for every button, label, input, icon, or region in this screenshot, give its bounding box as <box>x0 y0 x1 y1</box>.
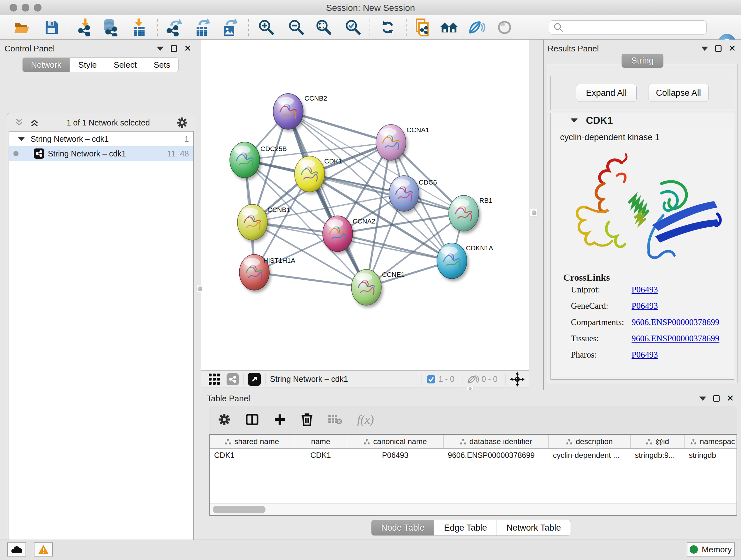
collapse-entry-icon[interactable] <box>570 118 578 123</box>
float-panel-icon[interactable] <box>715 45 722 52</box>
cloud-status-button[interactable] <box>7 543 26 557</box>
table-row[interactable]: CDK1CDK1P064939606.ENSP00000378699cyclin… <box>210 448 737 462</box>
cell-database-identifier[interactable]: 9606.ENSP00000378699 <box>443 448 549 462</box>
column-header-database-identifier[interactable]: database identifier <box>443 435 549 448</box>
close-panel-icon[interactable]: ✕ <box>729 44 736 53</box>
warning-status-button[interactable] <box>34 543 53 557</box>
table-horizontal-scrollbar[interactable] <box>210 503 737 515</box>
crosslink-link[interactable]: P06493 <box>631 285 658 295</box>
grid-view-icon[interactable] <box>207 372 221 386</box>
refresh-icon[interactable] <box>379 18 397 37</box>
float-panel-icon[interactable] <box>713 395 720 401</box>
crosslink-link[interactable]: P06493 <box>631 301 658 311</box>
node-CCNB2[interactable] <box>273 94 303 129</box>
cell-description[interactable]: cyclin-dependent ... <box>549 448 630 462</box>
close-panel-icon[interactable]: ✕ <box>727 394 734 403</box>
scrollbar-thumb[interactable] <box>213 506 266 513</box>
search-box[interactable] <box>549 20 706 35</box>
memory-button[interactable]: Memory <box>687 543 735 557</box>
column-header-canonical-name[interactable]: canonical name <box>347 435 443 448</box>
collection-caret-icon[interactable] <box>18 137 25 141</box>
column-header-name[interactable]: name <box>294 435 347 448</box>
cell-canonical-name[interactable]: P06493 <box>347 448 443 462</box>
show-columns-icon[interactable] <box>246 413 259 426</box>
export-network-icon[interactable] <box>165 18 184 37</box>
edge-HIST1H1A-CCNE1[interactable] <box>254 272 366 287</box>
network-row[interactable]: String Network – cdk1 11 48 <box>9 146 193 161</box>
column-header-@id[interactable]: @id <box>630 435 684 448</box>
node-result-header[interactable]: CDK1 <box>551 113 734 128</box>
delete-column-icon[interactable] <box>301 413 313 427</box>
node-CCNA2[interactable] <box>323 216 353 252</box>
tab-network[interactable]: Network <box>22 57 70 72</box>
expand-all-button[interactable]: Expand All <box>576 84 636 102</box>
tab-string[interactable]: String <box>622 54 664 68</box>
import-network-database-icon[interactable] <box>102 18 120 37</box>
network-type-icon <box>34 148 44 159</box>
copy-network-icon[interactable] <box>414 18 432 37</box>
network-share-view-icon[interactable] <box>226 373 239 385</box>
collapse-all-button[interactable]: Collapse All <box>648 84 709 102</box>
crosslink-link[interactable]: 9606.ENSP00000378699 <box>631 334 719 344</box>
node-table[interactable]: shared namenamecanonical namedatabase id… <box>209 434 737 516</box>
close-panel-icon[interactable]: ✕ <box>184 44 192 53</box>
column-header-description[interactable]: description <box>549 435 630 448</box>
column-header-namespac[interactable]: namespac <box>684 435 737 448</box>
string-network-graph[interactable]: CCNB2CCNA1CDC25BCDK1CDC6RB1CCNB1CCNA2CDK… <box>201 40 529 370</box>
string-home-icon[interactable] <box>440 18 458 37</box>
zoom-selected-icon[interactable] <box>344 18 362 37</box>
search-input[interactable] <box>564 21 706 34</box>
panel-menu-icon[interactable] <box>699 396 706 401</box>
right-splitter-handle[interactable] <box>530 209 538 216</box>
enhance-view-icon[interactable] <box>467 18 486 37</box>
selected-checkbox-icon[interactable] <box>426 374 436 384</box>
gear-icon[interactable] <box>177 117 188 128</box>
left-splitter-handle[interactable] <box>196 285 203 292</box>
edge-CCNB2-CCNE1[interactable] <box>288 111 366 287</box>
node-RB1[interactable] <box>449 195 479 231</box>
node-CDC6[interactable] <box>389 176 419 211</box>
crosslink-link[interactable]: 9606.ENSP00000378699 <box>631 317 719 327</box>
export-table-icon[interactable] <box>193 18 212 37</box>
import-table-file-icon[interactable] <box>130 18 149 37</box>
column-header-shared-name[interactable]: shared name <box>210 435 294 448</box>
zoom-out-icon[interactable] <box>287 18 306 37</box>
open-file-icon[interactable] <box>13 18 31 37</box>
panel-menu-icon[interactable] <box>701 47 708 51</box>
node-CCNE1[interactable] <box>351 269 381 305</box>
network-canvas[interactable]: CCNB2CCNA1CDC25BCDK1CDC6RB1CCNB1CCNA2CDK… <box>201 40 529 370</box>
node-CCNB1[interactable] <box>238 204 267 240</box>
pan-navigate-icon[interactable] <box>510 372 525 387</box>
save-session-icon[interactable] <box>42 18 61 37</box>
panel-menu-icon[interactable] <box>157 47 164 51</box>
edge-CCNB2-CCNA1[interactable] <box>288 111 391 142</box>
sphere-icon[interactable] <box>495 18 514 37</box>
node-CDC25B[interactable] <box>230 142 260 178</box>
import-network-file-icon[interactable] <box>76 18 94 37</box>
node-CCNA1[interactable] <box>376 125 406 160</box>
network-collection-row[interactable]: String Network – cdk1 1 <box>9 132 193 146</box>
crosslink-link[interactable]: P06493 <box>631 350 658 360</box>
tab-node-table[interactable]: Node Table <box>371 520 434 536</box>
cell-name[interactable]: CDK1 <box>294 448 347 462</box>
collapse-all-icon[interactable] <box>14 118 24 127</box>
bottom-splitter-handle[interactable] <box>467 387 474 390</box>
zoom-fit-icon[interactable] <box>315 18 333 37</box>
table-settings-gear-icon[interactable] <box>218 413 231 426</box>
node-CDKN1A[interactable] <box>437 243 467 279</box>
float-panel-icon[interactable] <box>171 45 177 52</box>
open-in-window-icon[interactable] <box>248 373 261 386</box>
tab-style[interactable]: Style <box>70 57 105 72</box>
export-image-icon[interactable] <box>220 18 239 37</box>
tab-network-table[interactable]: Network Table <box>497 520 571 536</box>
node-CDK1[interactable] <box>294 156 325 192</box>
tab-sets[interactable]: Sets <box>145 57 179 72</box>
tab-edge-table[interactable]: Edge Table <box>434 520 497 536</box>
add-column-icon[interactable] <box>273 413 286 426</box>
expand-all-icon[interactable] <box>29 118 40 127</box>
cell-shared-name[interactable]: CDK1 <box>210 448 294 462</box>
zoom-in-icon[interactable] <box>257 18 276 37</box>
tab-select[interactable]: Select <box>105 57 145 72</box>
cell-namespac[interactable]: stringdb <box>684 448 737 462</box>
cell-@id[interactable]: stringdb:9... <box>630 448 684 462</box>
